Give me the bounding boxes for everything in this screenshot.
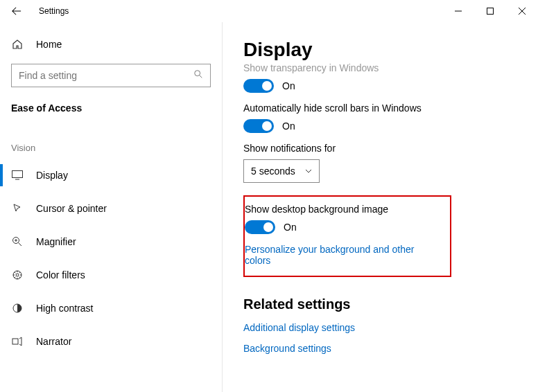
svg-rect-2: [12, 171, 23, 178]
titlebar: Settings: [0, 0, 538, 22]
related-link-background[interactable]: Background settings: [243, 343, 521, 354]
maximize-button[interactable]: [474, 0, 506, 22]
category-header: Ease of Access: [0, 87, 222, 119]
home-nav[interactable]: Home: [0, 30, 222, 58]
page-title: Display: [243, 39, 521, 61]
sidebar-item-label: Cursor & pointer: [36, 203, 107, 214]
close-icon: [519, 8, 526, 15]
sidebar-item-label: High contrast: [36, 303, 93, 314]
toggle-desktop-bg[interactable]: [245, 220, 275, 234]
personalize-link[interactable]: Personalize your background and other co…: [245, 244, 440, 266]
svg-point-5: [16, 274, 19, 276]
search-icon: [193, 69, 203, 82]
sidebar-item-magnifier[interactable]: Magnifier: [0, 225, 222, 258]
sidebar-item-label: Magnifier: [36, 236, 76, 247]
high-contrast-icon: [11, 303, 24, 314]
chevron-down-icon: [305, 169, 312, 173]
setting-autohide-label: Automatically hide scroll bars in Window…: [243, 103, 521, 114]
setting-transparency-label: Show transparency in Windows: [243, 62, 521, 73]
sidebar-item-display[interactable]: Display: [0, 159, 222, 192]
group-vision-label: Vision: [0, 119, 222, 159]
window-title: Settings: [39, 6, 69, 16]
cursor-icon: [11, 203, 24, 214]
notifications-dropdown[interactable]: 5 seconds: [243, 159, 320, 183]
back-button[interactable]: [0, 0, 33, 22]
toggle-transparency[interactable]: [243, 79, 274, 93]
maximize-icon: [487, 8, 494, 15]
toggle-state-label: On: [282, 80, 295, 91]
highlight-box: Show desktop background image On Persona…: [243, 195, 451, 277]
content-pane: Display Show transparency in Windows On …: [222, 22, 538, 392]
narrator-icon: [11, 336, 24, 347]
sidebar-item-label: Color filters: [36, 269, 85, 280]
svg-point-1: [195, 71, 200, 76]
sidebar: Home Ease of Access Vision Display Curso…: [0, 22, 222, 392]
magnifier-icon: [11, 236, 24, 247]
search-input[interactable]: [19, 70, 193, 81]
minimize-button[interactable]: [442, 0, 474, 22]
toggle-state-label: On: [282, 121, 295, 132]
related-settings-header: Related settings: [243, 296, 521, 312]
color-filters-icon: [11, 269, 24, 280]
home-label: Home: [36, 39, 62, 50]
dropdown-value: 5 seconds: [251, 166, 295, 177]
sidebar-item-color-filters[interactable]: Color filters: [0, 258, 222, 292]
sidebar-item-label: Narrator: [36, 336, 71, 347]
svg-rect-7: [12, 339, 18, 344]
monitor-icon: [11, 170, 24, 180]
sidebar-item-cursor[interactable]: Cursor & pointer: [0, 192, 222, 225]
sidebar-item-narrator[interactable]: Narrator: [0, 325, 222, 358]
sidebar-item-high-contrast[interactable]: High contrast: [0, 292, 222, 325]
setting-notifications-label: Show notifications for: [243, 143, 521, 154]
svg-rect-0: [487, 8, 494, 15]
search-box[interactable]: [11, 64, 211, 87]
related-link-display[interactable]: Additional display settings: [243, 322, 521, 333]
toggle-state-label: On: [284, 222, 297, 233]
sidebar-item-label: Display: [36, 170, 68, 181]
toggle-autohide[interactable]: [243, 119, 274, 133]
close-button[interactable]: [506, 0, 538, 22]
home-icon: [11, 39, 24, 50]
minimize-icon: [455, 8, 462, 15]
arrow-left-icon: [12, 6, 21, 16]
setting-desktop-bg-label: Show desktop background image: [245, 204, 440, 215]
